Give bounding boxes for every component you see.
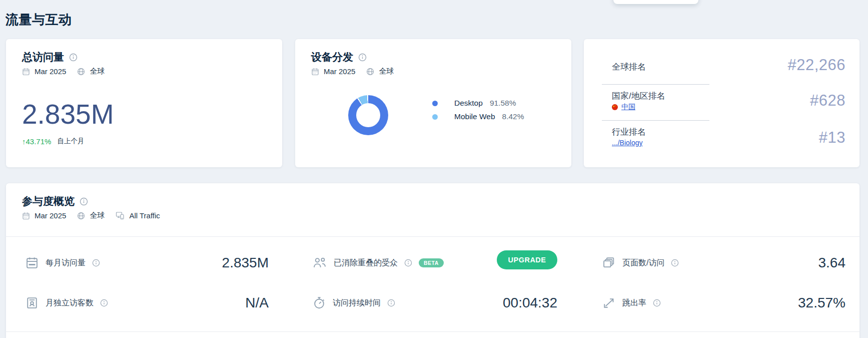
- total-visits-value: 2.835M: [22, 100, 114, 128]
- china-flag-icon: [612, 104, 618, 110]
- info-icon[interactable]: [404, 259, 412, 267]
- monthly-visits-value: 2.835M: [194, 255, 269, 271]
- calendar-icon: [25, 256, 39, 270]
- traffic-filter-icon: [116, 211, 125, 220]
- region-label: 全球: [90, 211, 105, 220]
- floating-panel-cutoff: [613, 0, 698, 4]
- device-legend: Desktop 91.58% Mobile Web 8.42%: [432, 99, 524, 121]
- deduplicated-audience-metric: 已消除重叠的受众 BETA: [312, 256, 444, 269]
- unique-visitors-metric: 月独立访客数: [25, 296, 108, 310]
- country-rank-link[interactable]: 中国: [621, 103, 635, 112]
- metric-label: 月独立访客数: [46, 298, 94, 308]
- pages-per-visit-metric: 页面数/访问: [602, 256, 679, 270]
- calendar-icon: [311, 68, 319, 76]
- audience-icon: [312, 256, 327, 269]
- page-title: 流量与互动: [6, 11, 72, 29]
- info-icon[interactable]: [387, 299, 395, 307]
- pages-icon: [602, 256, 616, 270]
- info-icon[interactable]: [358, 53, 367, 62]
- info-icon[interactable]: [100, 299, 108, 307]
- metric-label: 页面数/访问: [622, 258, 664, 268]
- info-icon[interactable]: [671, 259, 679, 267]
- country-rank-label: 国家/地区排名: [612, 90, 665, 102]
- legend-value: 8.42%: [502, 112, 524, 121]
- region-label: 全球: [90, 67, 105, 76]
- monthly-visits-metric: 每月访问量: [25, 256, 100, 270]
- upgrade-button[interactable]: UPGRADE: [497, 250, 557, 269]
- industry-rank-link[interactable]: .../Biology: [612, 139, 642, 147]
- period-label: Mar 2025: [35, 67, 66, 76]
- beta-badge: BETA: [419, 258, 444, 268]
- bounce-rate-metric: 跳出率: [602, 296, 661, 310]
- device-donut-chart: [348, 95, 388, 135]
- calendar-icon: [22, 68, 30, 76]
- change-up-value: ↑43.71%: [22, 137, 51, 146]
- divider: [602, 84, 709, 85]
- period-label: Mar 2025: [35, 211, 66, 220]
- metric-label: 跳出率: [622, 298, 646, 308]
- bounce-rate-value: 32.57%: [745, 295, 845, 311]
- legend-label: Desktop: [454, 99, 483, 108]
- divider: [6, 236, 859, 237]
- change-note: 自上个月: [57, 137, 84, 146]
- divider: [602, 120, 709, 121]
- legend-item-mobile-web: Mobile Web 8.42%: [432, 112, 524, 121]
- legend-item-desktop: Desktop 91.58%: [432, 99, 524, 108]
- period-label: Mar 2025: [324, 67, 355, 76]
- unique-visitor-icon: [25, 296, 39, 310]
- visit-duration-value: 00:04:32: [457, 295, 557, 311]
- metric-label: 每月访问量: [46, 258, 86, 268]
- global-rank-value: #22,266: [787, 56, 845, 74]
- info-icon[interactable]: [653, 299, 661, 307]
- calendar-icon: [22, 212, 30, 220]
- total-visits-title: 总访问量: [22, 50, 64, 64]
- region-label: 全球: [379, 67, 394, 76]
- stopwatch-icon: [312, 296, 326, 310]
- traffic-filter-label: All Traffic: [129, 211, 160, 220]
- rankings-card: 全球排名 #22,266 国家/地区排名 中国 #628 行业排名 .../Bi…: [584, 39, 859, 167]
- divider: [6, 331, 859, 332]
- info-icon[interactable]: [80, 197, 88, 206]
- pages-per-visit-value: 3.64: [745, 255, 845, 271]
- industry-rank-label: 行业排名: [612, 126, 646, 138]
- engagement-overview-card: 参与度概览 Mar 2025 全球 All Traffic 每月访问量 2.83…: [6, 183, 859, 338]
- engagement-title: 参与度概览: [22, 194, 75, 208]
- globe-icon: [77, 68, 85, 76]
- country-rank-value: #628: [810, 92, 845, 110]
- industry-rank-value: #13: [819, 129, 845, 147]
- globe-icon: [77, 212, 85, 220]
- visit-duration-metric: 访问持续时间: [312, 296, 395, 310]
- globe-icon: [366, 68, 374, 76]
- total-visits-card: 总访问量 Mar 2025 全球 2.835M ↑43.71% 自上个月: [6, 39, 282, 167]
- device-distribution-card: 设备分发 Mar 2025 全球 Desktop 91.58% Mobile W…: [295, 39, 571, 167]
- legend-label: Mobile Web: [454, 112, 495, 121]
- metric-label: 访问持续时间: [333, 298, 381, 308]
- desktop-dot-icon: [432, 101, 438, 106]
- global-rank-label: 全球排名: [612, 61, 646, 73]
- metric-label: 已消除重叠的受众: [334, 258, 398, 268]
- unique-visitors-value: N/A: [194, 295, 269, 311]
- info-icon[interactable]: [69, 53, 78, 62]
- legend-value: 91.58%: [490, 99, 516, 108]
- mobile-dot-icon: [432, 114, 438, 120]
- device-distribution-title: 设备分发: [311, 50, 353, 64]
- info-icon[interactable]: [92, 259, 100, 267]
- bounce-arrow-icon: [602, 296, 616, 310]
